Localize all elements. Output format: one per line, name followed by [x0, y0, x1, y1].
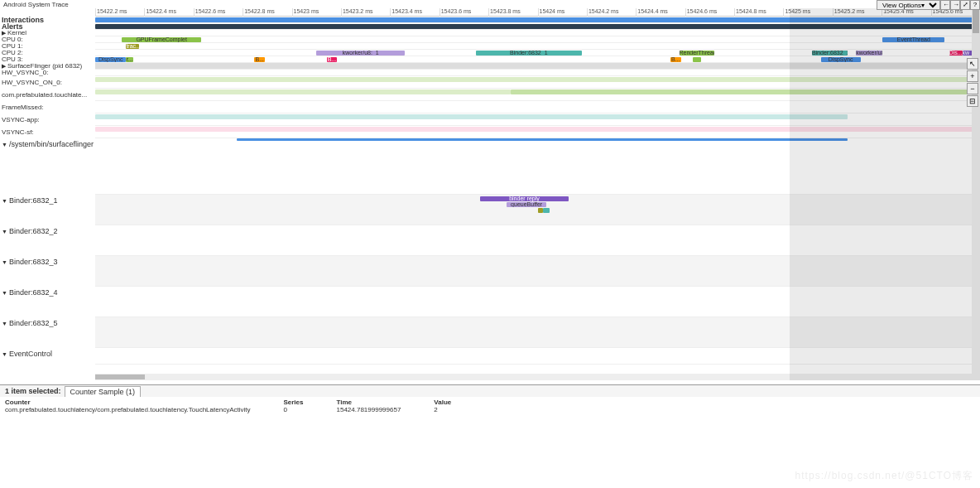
- help-button[interactable]: ?: [970, 0, 980, 10]
- lane-binder4[interactable]: [95, 287, 980, 317]
- lane-cpu0[interactable]: GPUFrameCompletEventThread: [95, 36, 980, 43]
- lane-interactions[interactable]: [95, 17, 980, 23]
- zoom-in-button[interactable]: +: [967, 70, 978, 82]
- trace-block[interactable]: kworker/u8:_1: [316, 51, 405, 56]
- row-event-control[interactable]: EventControl: [0, 348, 95, 365]
- row-framemissed[interactable]: FrameMissed:: [0, 101, 95, 114]
- lane-binder5[interactable]: [95, 317, 980, 348]
- row-cpu0[interactable]: CPU 0:: [0, 36, 95, 43]
- trace-block[interactable]: Dis...: [949, 51, 963, 56]
- row-hw-vsync0[interactable]: HW_VSYNC_0:: [0, 70, 95, 76]
- row-system-sf[interactable]: /system/bin/surfaceflinger: [0, 138, 95, 195]
- tab-counter-sample[interactable]: Counter Sample (1): [65, 386, 142, 397]
- row-sf-proc[interactable]: SurfaceFlinger (pid 6832): [0, 63, 95, 70]
- trace-block[interactable]: binder reply: [480, 196, 569, 201]
- lane-system-sf[interactable]: [95, 138, 980, 195]
- trace-block[interactable]: [95, 89, 511, 94]
- row-binder2[interactable]: Binder:6832_2: [0, 225, 95, 256]
- row-binder5[interactable]: Binder:6832_5: [0, 317, 95, 348]
- trace-block[interactable]: r...: [126, 57, 133, 62]
- col-counter: Counter: [5, 399, 283, 406]
- trace-block[interactable]: B...: [670, 57, 681, 62]
- row-cpu2[interactable]: CPU 2:: [0, 50, 95, 56]
- row-cpu3[interactable]: CPU 3:: [0, 56, 95, 63]
- lane-cpu1[interactable]: trac...: [95, 43, 980, 50]
- row-binder4[interactable]: Binder:6832_4: [0, 287, 95, 317]
- trace-block[interactable]: queueBuffer: [507, 202, 546, 207]
- row-alerts[interactable]: Alerts: [0, 23, 95, 30]
- ruler-tick: 15423.6 ms: [440, 8, 472, 17]
- timeline[interactable]: 15422.2 ms15422.4 ms15422.6 ms15422.8 ms…: [95, 8, 980, 380]
- trace-block[interactable]: [538, 208, 543, 213]
- sidebar: Interactions Alerts Kernel CPU 0: CPU 1:…: [0, 8, 95, 380]
- cell-value: 2: [434, 406, 484, 413]
- ruler-tick: 15424.4 ms: [636, 8, 668, 17]
- trace-block[interactable]: [693, 57, 702, 62]
- trace-block[interactable]: [543, 208, 550, 213]
- trace-block[interactable]: EventThread: [882, 37, 944, 42]
- lane-hw-vsync-on0[interactable]: [95, 76, 980, 89]
- time-ruler[interactable]: 15422.2 ms15422.4 ms15422.6 ms15422.8 ms…: [95, 8, 980, 17]
- horizontal-scrollbar[interactable]: [95, 374, 972, 380]
- col-time: Time: [337, 399, 435, 406]
- trace-block[interactable]: [237, 138, 848, 141]
- lane-cpu3[interactable]: DispSyncr...B...B...B...DispSync: [95, 56, 980, 63]
- trace-block[interactable]: B...: [327, 57, 337, 62]
- row-hw-vsync-on0[interactable]: HW_VSYNC_ON_0:: [0, 76, 95, 89]
- trace-block[interactable]: Binder:6832_1: [476, 51, 582, 56]
- trace-block[interactable]: [95, 127, 980, 132]
- lane-framemissed[interactable]: [95, 101, 980, 114]
- row-interactions[interactable]: Interactions: [0, 17, 95, 23]
- nav-expand-button[interactable]: ⤢: [960, 0, 970, 10]
- trace-block[interactable]: B...: [254, 57, 265, 62]
- ruler-tick: 15424 ms: [538, 8, 565, 17]
- trace-block[interactable]: DispSync: [95, 57, 126, 62]
- top-toolbar: View Options▾ ← → ⤢ ?: [877, 0, 980, 10]
- row-kernel[interactable]: Kernel: [0, 30, 95, 36]
- cell-series: 0: [283, 406, 336, 413]
- ruler-tick: 15425 ms: [783, 8, 810, 17]
- table-row[interactable]: com.prefabulated.touchlatency/com.prefab…: [5, 406, 484, 413]
- lane-kernel[interactable]: [95, 30, 980, 36]
- lane-cpu2[interactable]: kworker/u8:_1Binder:6832_1RenderThreadBi…: [95, 50, 980, 56]
- row-cpu1[interactable]: CPU 1:: [0, 43, 95, 50]
- lane-sf-proc[interactable]: [95, 63, 980, 70]
- zoom-controls: ↖ + − ⊟: [967, 58, 978, 108]
- trace-block[interactable]: DispSync: [821, 57, 861, 62]
- row-vsync-app[interactable]: VSYNC-app:: [0, 114, 95, 126]
- col-value: Value: [434, 399, 484, 406]
- trace-block[interactable]: [511, 89, 980, 94]
- lane-alerts[interactable]: [95, 23, 980, 30]
- nav-back-button[interactable]: ←: [940, 0, 950, 10]
- ruler-tick: 15424.2 ms: [587, 8, 619, 17]
- ruler-tick: 15422.8 ms: [243, 8, 275, 17]
- zoom-out-button[interactable]: −: [967, 83, 978, 94]
- trace-block[interactable]: [95, 114, 848, 119]
- lane-binder3[interactable]: [95, 256, 980, 287]
- lane-hw-vsync0[interactable]: [95, 70, 980, 76]
- lane-vsync-app[interactable]: [95, 114, 980, 126]
- row-binder1[interactable]: Binder:6832_1: [0, 195, 95, 225]
- trace-block[interactable]: [95, 77, 980, 82]
- row-binder3[interactable]: Binder:6832_3: [0, 256, 95, 287]
- trace-block[interactable]: RenderThread: [680, 51, 715, 56]
- trace-block[interactable]: kworker/u8:_1: [856, 51, 882, 56]
- app-title: Android System Trace: [0, 0, 980, 8]
- ruler-tick: 15424.8 ms: [734, 8, 766, 17]
- zoom-reset-button[interactable]: ⊟: [967, 95, 978, 107]
- lane-touchlatency[interactable]: [95, 89, 980, 101]
- row-touchlatency[interactable]: com.prefabulated.touchlate...: [0, 89, 95, 101]
- view-options-select[interactable]: View Options▾: [877, 0, 940, 10]
- trace-block[interactable]: trac...: [126, 44, 139, 49]
- trace-block[interactable]: GPUFrameComplet: [122, 37, 201, 42]
- ruler-tick: 15425.2 ms: [833, 8, 865, 17]
- lane-binder1[interactable]: binder replyqueueBuffer: [95, 195, 980, 225]
- lane-vsync-sf[interactable]: [95, 126, 980, 138]
- pointer-tool-button[interactable]: ↖: [967, 58, 978, 70]
- trace-block[interactable]: Binder:6832_1: [812, 51, 848, 56]
- selection-count-label: 1 item selected:: [5, 387, 61, 395]
- nav-fwd-button[interactable]: →: [950, 0, 960, 10]
- row-vsync-sf[interactable]: VSYNC-sf:: [0, 126, 95, 138]
- lane-binder2[interactable]: [95, 225, 980, 256]
- lane-event-control[interactable]: [95, 348, 980, 365]
